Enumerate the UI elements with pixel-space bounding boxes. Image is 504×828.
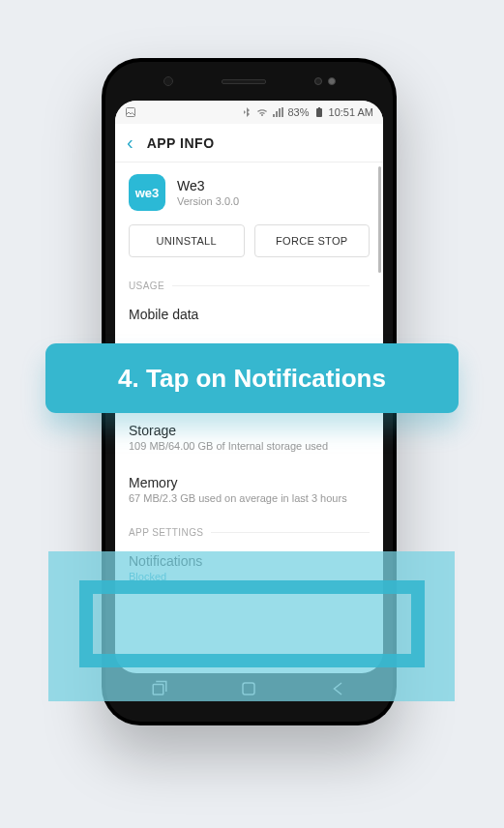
storage-title: Storage	[129, 423, 370, 438]
status-bar: 83% 10:51 AM	[115, 101, 383, 124]
speaker-icon	[222, 79, 266, 84]
svg-rect-1	[316, 108, 322, 117]
battery-icon	[313, 106, 325, 118]
list-item-storage[interactable]: Storage 109 MB/64.00 GB of Internal stor…	[115, 411, 383, 463]
wifi-icon	[256, 106, 268, 118]
svg-rect-2	[318, 107, 320, 108]
mobile-data-title: Mobile data	[129, 307, 370, 322]
section-app-settings-label: APP SETTINGS	[129, 527, 203, 538]
memory-title: Memory	[129, 475, 370, 490]
storage-subtitle: 109 MB/64.00 GB of Internal storage used	[129, 440, 370, 452]
camera-icon	[328, 77, 336, 85]
picture-icon	[125, 106, 136, 118]
status-right: 83% 10:51 AM	[241, 106, 373, 118]
camera-cluster	[314, 77, 336, 85]
section-usage-label: USAGE	[129, 281, 164, 291]
section-app-settings: APP SETTINGS	[115, 516, 383, 542]
button-row: UNINSTALL FORCE STOP	[115, 221, 383, 273]
force-stop-button[interactable]: FORCE STOP	[254, 224, 371, 257]
scroll-indicator[interactable]	[378, 166, 381, 273]
camera-icon	[314, 77, 322, 85]
instruction-callout: 4. Tap on Notifications	[45, 343, 459, 413]
svg-rect-0	[127, 108, 135, 117]
callout-text: 4. Tap on Notifications	[118, 364, 386, 394]
app-icon: we3	[129, 174, 165, 211]
bluetooth-icon	[241, 106, 252, 118]
battery-percent: 83%	[287, 106, 309, 118]
signal-icon	[272, 106, 283, 118]
back-icon[interactable]: ‹	[127, 132, 133, 154]
header: ‹ APP INFO	[115, 124, 383, 163]
app-info-row: we3 We3 Version 3.0.0	[115, 163, 383, 221]
status-left	[125, 106, 136, 118]
section-usage: USAGE	[115, 273, 383, 295]
app-icon-text: we3	[135, 186, 160, 200]
force-stop-label: FORCE STOP	[276, 235, 347, 247]
uninstall-label: UNINSTALL	[157, 235, 217, 247]
sensor-icon	[163, 76, 173, 86]
list-item-memory[interactable]: Memory 67 MB/2.3 GB used on average in l…	[115, 463, 383, 516]
uninstall-button[interactable]: UNINSTALL	[129, 224, 245, 257]
list-item-mobile-data[interactable]: Mobile data	[115, 295, 383, 334]
app-name: We3	[177, 178, 239, 193]
app-meta: We3 Version 3.0.0	[177, 178, 239, 207]
memory-subtitle: 67 MB/2.3 GB used on average in last 3 h…	[129, 492, 370, 504]
app-version: Version 3.0.0	[177, 195, 239, 207]
time-label: 10:51 AM	[329, 106, 373, 118]
phone-top-hardware	[105, 62, 393, 101]
page-title: APP INFO	[147, 135, 215, 151]
highlight-border	[79, 580, 425, 667]
